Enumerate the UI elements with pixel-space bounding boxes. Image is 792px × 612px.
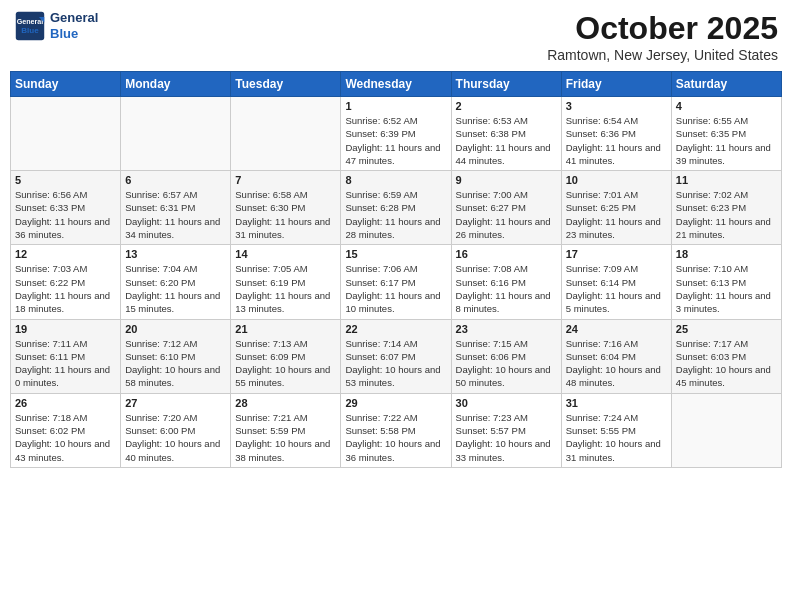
- day-info: Sunrise: 7:21 AM Sunset: 5:59 PM Dayligh…: [235, 411, 336, 464]
- day-info: Sunrise: 7:05 AM Sunset: 6:19 PM Dayligh…: [235, 262, 336, 315]
- day-number: 5: [15, 174, 116, 186]
- day-number: 10: [566, 174, 667, 186]
- day-number: 22: [345, 323, 446, 335]
- logo-text: General Blue: [50, 10, 98, 41]
- day-number: 19: [15, 323, 116, 335]
- calendar-cell: 10Sunrise: 7:01 AM Sunset: 6:25 PM Dayli…: [561, 171, 671, 245]
- calendar-cell: 20Sunrise: 7:12 AM Sunset: 6:10 PM Dayli…: [121, 319, 231, 393]
- day-info: Sunrise: 7:13 AM Sunset: 6:09 PM Dayligh…: [235, 337, 336, 390]
- day-number: 28: [235, 397, 336, 409]
- calendar-week-row: 5Sunrise: 6:56 AM Sunset: 6:33 PM Daylig…: [11, 171, 782, 245]
- day-info: Sunrise: 7:20 AM Sunset: 6:00 PM Dayligh…: [125, 411, 226, 464]
- calendar-cell: 30Sunrise: 7:23 AM Sunset: 5:57 PM Dayli…: [451, 393, 561, 467]
- day-number: 17: [566, 248, 667, 260]
- calendar-cell: 15Sunrise: 7:06 AM Sunset: 6:17 PM Dayli…: [341, 245, 451, 319]
- day-header-tuesday: Tuesday: [231, 72, 341, 97]
- calendar-cell: 28Sunrise: 7:21 AM Sunset: 5:59 PM Dayli…: [231, 393, 341, 467]
- day-number: 27: [125, 397, 226, 409]
- day-number: 11: [676, 174, 777, 186]
- day-number: 2: [456, 100, 557, 112]
- calendar-cell: 13Sunrise: 7:04 AM Sunset: 6:20 PM Dayli…: [121, 245, 231, 319]
- day-number: 15: [345, 248, 446, 260]
- calendar-header-row: SundayMondayTuesdayWednesdayThursdayFrid…: [11, 72, 782, 97]
- day-info: Sunrise: 6:55 AM Sunset: 6:35 PM Dayligh…: [676, 114, 777, 167]
- day-info: Sunrise: 7:06 AM Sunset: 6:17 PM Dayligh…: [345, 262, 446, 315]
- day-number: 31: [566, 397, 667, 409]
- calendar-cell: 14Sunrise: 7:05 AM Sunset: 6:19 PM Dayli…: [231, 245, 341, 319]
- calendar-cell: 5Sunrise: 6:56 AM Sunset: 6:33 PM Daylig…: [11, 171, 121, 245]
- calendar-week-row: 1Sunrise: 6:52 AM Sunset: 6:39 PM Daylig…: [11, 97, 782, 171]
- calendar-week-row: 26Sunrise: 7:18 AM Sunset: 6:02 PM Dayli…: [11, 393, 782, 467]
- day-info: Sunrise: 7:16 AM Sunset: 6:04 PM Dayligh…: [566, 337, 667, 390]
- svg-text:Blue: Blue: [21, 26, 39, 35]
- calendar-cell: 23Sunrise: 7:15 AM Sunset: 6:06 PM Dayli…: [451, 319, 561, 393]
- calendar-cell: 21Sunrise: 7:13 AM Sunset: 6:09 PM Dayli…: [231, 319, 341, 393]
- calendar-cell: 25Sunrise: 7:17 AM Sunset: 6:03 PM Dayli…: [671, 319, 781, 393]
- calendar-cell: 9Sunrise: 7:00 AM Sunset: 6:27 PM Daylig…: [451, 171, 561, 245]
- calendar-cell: 8Sunrise: 6:59 AM Sunset: 6:28 PM Daylig…: [341, 171, 451, 245]
- day-number: 18: [676, 248, 777, 260]
- day-header-wednesday: Wednesday: [341, 72, 451, 97]
- day-number: 29: [345, 397, 446, 409]
- calendar-week-row: 12Sunrise: 7:03 AM Sunset: 6:22 PM Dayli…: [11, 245, 782, 319]
- day-number: 26: [15, 397, 116, 409]
- calendar-cell: 31Sunrise: 7:24 AM Sunset: 5:55 PM Dayli…: [561, 393, 671, 467]
- location-subtitle: Ramtown, New Jersey, United States: [547, 47, 778, 63]
- day-number: 24: [566, 323, 667, 335]
- day-header-monday: Monday: [121, 72, 231, 97]
- calendar-week-row: 19Sunrise: 7:11 AM Sunset: 6:11 PM Dayli…: [11, 319, 782, 393]
- calendar-cell: 17Sunrise: 7:09 AM Sunset: 6:14 PM Dayli…: [561, 245, 671, 319]
- day-number: 21: [235, 323, 336, 335]
- day-info: Sunrise: 6:57 AM Sunset: 6:31 PM Dayligh…: [125, 188, 226, 241]
- calendar-cell: 19Sunrise: 7:11 AM Sunset: 6:11 PM Dayli…: [11, 319, 121, 393]
- day-info: Sunrise: 6:58 AM Sunset: 6:30 PM Dayligh…: [235, 188, 336, 241]
- svg-text:General: General: [17, 18, 44, 26]
- calendar-cell: 18Sunrise: 7:10 AM Sunset: 6:13 PM Dayli…: [671, 245, 781, 319]
- day-number: 12: [15, 248, 116, 260]
- day-info: Sunrise: 7:11 AM Sunset: 6:11 PM Dayligh…: [15, 337, 116, 390]
- day-info: Sunrise: 6:54 AM Sunset: 6:36 PM Dayligh…: [566, 114, 667, 167]
- calendar-cell: 24Sunrise: 7:16 AM Sunset: 6:04 PM Dayli…: [561, 319, 671, 393]
- day-number: 14: [235, 248, 336, 260]
- day-header-thursday: Thursday: [451, 72, 561, 97]
- calendar-cell: 6Sunrise: 6:57 AM Sunset: 6:31 PM Daylig…: [121, 171, 231, 245]
- day-number: 13: [125, 248, 226, 260]
- logo-icon: General Blue: [14, 10, 46, 42]
- day-info: Sunrise: 7:03 AM Sunset: 6:22 PM Dayligh…: [15, 262, 116, 315]
- day-info: Sunrise: 7:12 AM Sunset: 6:10 PM Dayligh…: [125, 337, 226, 390]
- day-number: 1: [345, 100, 446, 112]
- day-info: Sunrise: 7:01 AM Sunset: 6:25 PM Dayligh…: [566, 188, 667, 241]
- day-number: 23: [456, 323, 557, 335]
- day-info: Sunrise: 7:15 AM Sunset: 6:06 PM Dayligh…: [456, 337, 557, 390]
- day-info: Sunrise: 7:22 AM Sunset: 5:58 PM Dayligh…: [345, 411, 446, 464]
- calendar-cell: [121, 97, 231, 171]
- day-info: Sunrise: 7:08 AM Sunset: 6:16 PM Dayligh…: [456, 262, 557, 315]
- day-number: 9: [456, 174, 557, 186]
- calendar-cell: 22Sunrise: 7:14 AM Sunset: 6:07 PM Dayli…: [341, 319, 451, 393]
- calendar-cell: [11, 97, 121, 171]
- day-info: Sunrise: 7:09 AM Sunset: 6:14 PM Dayligh…: [566, 262, 667, 315]
- day-info: Sunrise: 7:00 AM Sunset: 6:27 PM Dayligh…: [456, 188, 557, 241]
- calendar-cell: 29Sunrise: 7:22 AM Sunset: 5:58 PM Dayli…: [341, 393, 451, 467]
- calendar-cell: 2Sunrise: 6:53 AM Sunset: 6:38 PM Daylig…: [451, 97, 561, 171]
- day-info: Sunrise: 7:02 AM Sunset: 6:23 PM Dayligh…: [676, 188, 777, 241]
- day-number: 30: [456, 397, 557, 409]
- calendar-cell: 26Sunrise: 7:18 AM Sunset: 6:02 PM Dayli…: [11, 393, 121, 467]
- calendar-cell: 16Sunrise: 7:08 AM Sunset: 6:16 PM Dayli…: [451, 245, 561, 319]
- calendar-cell: [231, 97, 341, 171]
- day-number: 7: [235, 174, 336, 186]
- month-title: October 2025: [547, 10, 778, 47]
- day-info: Sunrise: 7:04 AM Sunset: 6:20 PM Dayligh…: [125, 262, 226, 315]
- title-block: October 2025 Ramtown, New Jersey, United…: [547, 10, 778, 63]
- logo: General Blue General Blue: [14, 10, 98, 42]
- calendar-cell: 12Sunrise: 7:03 AM Sunset: 6:22 PM Dayli…: [11, 245, 121, 319]
- day-number: 3: [566, 100, 667, 112]
- day-header-sunday: Sunday: [11, 72, 121, 97]
- calendar-cell: 3Sunrise: 6:54 AM Sunset: 6:36 PM Daylig…: [561, 97, 671, 171]
- page-header: General Blue General Blue October 2025 R…: [10, 10, 782, 63]
- day-info: Sunrise: 6:56 AM Sunset: 6:33 PM Dayligh…: [15, 188, 116, 241]
- day-info: Sunrise: 6:53 AM Sunset: 6:38 PM Dayligh…: [456, 114, 557, 167]
- day-info: Sunrise: 7:18 AM Sunset: 6:02 PM Dayligh…: [15, 411, 116, 464]
- day-number: 20: [125, 323, 226, 335]
- calendar-cell: 4Sunrise: 6:55 AM Sunset: 6:35 PM Daylig…: [671, 97, 781, 171]
